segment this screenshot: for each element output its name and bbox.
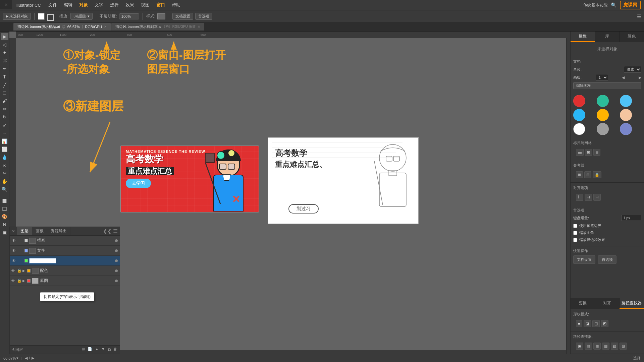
guide-make-icon[interactable]: ⊞: [576, 171, 583, 178]
layers-tab-layers[interactable]: 图层: [17, 227, 32, 235]
quick-doc-settings-button[interactable]: 文档设置: [573, 255, 595, 264]
pf-btn-2[interactable]: ▤: [585, 343, 592, 350]
magic-wand-tool[interactable]: ✦: [1, 49, 8, 56]
snap-checkbox[interactable]: [573, 224, 577, 228]
align-center-h-icon[interactable]: ⊣: [585, 194, 592, 201]
tab-transform[interactable]: 变换: [571, 298, 595, 309]
pencil-tool[interactable]: ✏: [1, 105, 8, 113]
layers-expand-icon[interactable]: ❮❮: [103, 228, 112, 234]
tab-main-document[interactable]: 描边风-banner演示精品.ai @ 66.67% ( RGB/GPU ✕: [13, 23, 111, 31]
artboard-prev-icon[interactable]: ◀: [622, 75, 625, 80]
blend-tool[interactable]: ∞: [1, 162, 8, 169]
panel-tab-properties[interactable]: 属性: [571, 32, 595, 42]
preferences-button[interactable]: 首选项: [195, 13, 212, 20]
layer-lock-colors[interactable]: 🔒: [17, 268, 22, 273]
layer-expand-arrow[interactable]: ▶: [22, 269, 25, 273]
layer-expand-arrow-orig[interactable]: ▶: [22, 279, 25, 283]
ruler-icon[interactable]: ▬: [576, 149, 584, 156]
artboard-selector[interactable]: ◀ 1 ▶: [25, 356, 34, 360]
layer-eye-colors[interactable]: 👁: [11, 268, 17, 273]
pf-btn-5[interactable]: ▧: [611, 343, 618, 350]
menu-help[interactable]: 帮助: [172, 2, 180, 8]
smart-guide-icon[interactable]: ⊟: [593, 149, 600, 156]
align-right-icon[interactable]: ⊣: [593, 194, 601, 201]
layers-menu-icon[interactable]: ☰: [113, 228, 118, 234]
swatch-red[interactable]: [573, 95, 585, 107]
scissors-tool[interactable]: ✂: [1, 170, 8, 177]
layer-delete-icon[interactable]: 🗑: [113, 347, 117, 352]
stroke-icon[interactable]: ◻: [1, 205, 8, 212]
rotate-tool[interactable]: ↻: [1, 113, 8, 121]
unit-select[interactable]: 像素: [624, 66, 641, 73]
align-left-icon[interactable]: ⊢: [576, 194, 583, 201]
banner-cta-button[interactable]: 去学习: [126, 179, 151, 188]
shape-exclude-btn[interactable]: ◩: [601, 320, 608, 327]
scrollbar-vertical[interactable]: [566, 38, 570, 354]
scale-checkbox[interactable]: [573, 238, 577, 242]
swatch-teal[interactable]: [597, 95, 609, 107]
artboard-next[interactable]: ▶: [32, 356, 34, 360]
layer-item-editing[interactable]: 👁: [10, 256, 120, 266]
select-tool[interactable]: ▶: [1, 33, 8, 40]
swatch-white[interactable]: [573, 123, 585, 135]
tabs-close-icon[interactable]: ✕: [4, 2, 8, 7]
line-tool[interactable]: ╱: [1, 81, 8, 88]
rect-tool[interactable]: □: [1, 89, 8, 97]
column-graph-tool[interactable]: 📊: [1, 137, 8, 145]
menu-view[interactable]: 视图: [141, 2, 150, 8]
doc-settings-button[interactable]: 文档设置: [172, 13, 193, 20]
tab-pathfinder[interactable]: 路径查找器: [620, 298, 644, 309]
paintbrush-tool[interactable]: 🖌: [1, 97, 8, 105]
swatch-lightblue[interactable]: [620, 95, 632, 107]
stroke-dropdown[interactable]: 3点圆形 ▾: [70, 13, 93, 20]
menu-edit[interactable]: 编辑: [64, 2, 72, 8]
swatch-yellow[interactable]: [597, 109, 609, 121]
layer-up-icon[interactable]: ▲: [95, 347, 99, 352]
panel-arrange-icon[interactable]: ☰: [637, 14, 641, 19]
panel-tab-color[interactable]: 颜色: [620, 32, 644, 42]
corner-checkbox[interactable]: [573, 231, 577, 235]
layers-tab-asset-export[interactable]: 资源导出: [47, 227, 70, 235]
eyedropper-tool[interactable]: 💧: [1, 154, 8, 161]
shape-minus-btn[interactable]: ◪: [584, 320, 591, 327]
swatch-purple[interactable]: [620, 123, 632, 135]
artboard-select[interactable]: 1: [596, 74, 608, 81]
lasso-tool[interactable]: ⌘: [1, 57, 8, 64]
normal-mode-icon[interactable]: N: [1, 221, 8, 228]
zoom-tool[interactable]: 🔍: [1, 186, 8, 193]
fill-icon[interactable]: ◼: [1, 197, 8, 204]
menu-select[interactable]: 选择: [110, 2, 119, 8]
fill-swatch[interactable]: [38, 13, 45, 20]
keyboard-nudge-input[interactable]: [621, 215, 641, 221]
pf-btn-4[interactable]: ▥: [602, 343, 609, 350]
pf-btn-1[interactable]: ▣: [576, 343, 583, 350]
layer-down-icon[interactable]: ▼: [101, 347, 105, 352]
drawing-modes-icon[interactable]: ▣: [1, 229, 8, 236]
layer-item-colors[interactable]: 👁 🔒 ▶ 配色: [10, 266, 120, 276]
search-icon[interactable]: 🔍: [611, 2, 616, 8]
layer-make-sublayer-icon[interactable]: ⊞: [82, 347, 85, 352]
pf-btn-3[interactable]: ▦: [593, 343, 601, 350]
tab-close-2[interactable]: ✕: [198, 25, 200, 28]
artboard-next-icon[interactable]: ▶: [639, 75, 641, 80]
layer-item-original[interactable]: 👁 🔒 ▶ 原图: [10, 276, 120, 286]
layer-item-text[interactable]: 👁 文字: [10, 246, 120, 256]
swatch-gray[interactable]: [597, 123, 609, 135]
panel-tab-library[interactable]: 库: [595, 32, 620, 42]
layer-eye-draw[interactable]: 👁: [12, 238, 18, 243]
layer-item-draw[interactable]: 👁 描画: [10, 236, 120, 246]
layer-lock-original[interactable]: 🔒: [17, 279, 22, 283]
tab-close-1[interactable]: ✕: [104, 25, 107, 28]
layer-eye-editing[interactable]: 👁: [12, 258, 18, 263]
pen-tool[interactable]: ✒: [1, 65, 8, 72]
gradient-tool[interactable]: ⬜: [1, 145, 8, 153]
menu-effects[interactable]: 效果: [125, 2, 134, 8]
layer-new-icon[interactable]: 📄: [88, 347, 92, 352]
color-icon[interactable]: 🎨: [1, 213, 8, 220]
artboard-prev[interactable]: ◀: [25, 356, 28, 360]
layer-name-input[interactable]: [29, 258, 56, 263]
swatch-blue[interactable]: [573, 109, 585, 121]
scale-tool[interactable]: ⤢: [1, 121, 8, 129]
shape-unite-btn[interactable]: ■: [576, 320, 582, 327]
guide-lock-icon[interactable]: 🔒: [593, 171, 601, 178]
